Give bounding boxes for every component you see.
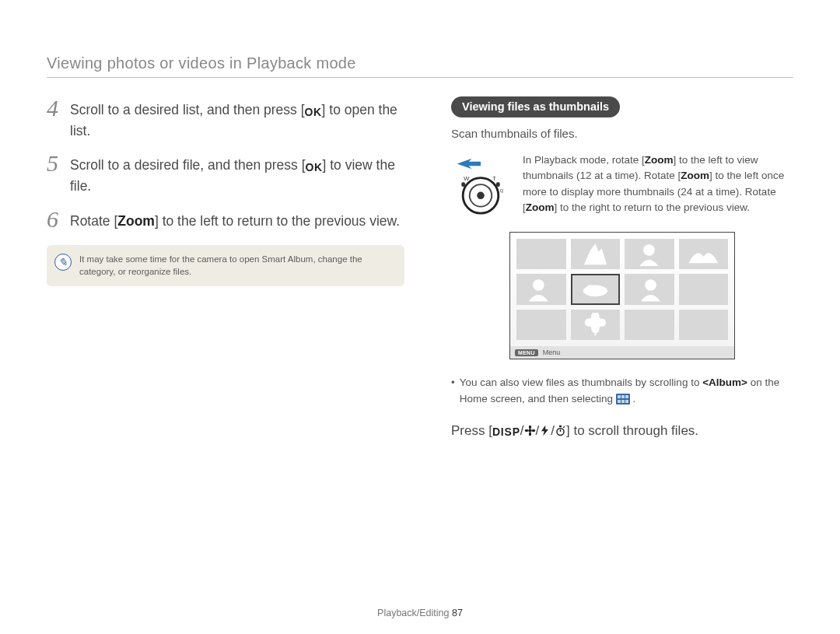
step-text: Scroll to a desired file, and then press… — [70, 152, 404, 196]
flower-icon — [524, 425, 536, 436]
page-number: 87 — [452, 608, 463, 618]
svg-point-10 — [583, 285, 607, 297]
svg-rect-24 — [621, 400, 625, 403]
disp-label: DISP — [492, 426, 520, 438]
svg-point-12 — [646, 279, 657, 291]
svg-point-29 — [524, 429, 528, 432]
step-text-pre: Scroll to a desired file, and then press… — [70, 157, 306, 173]
svg-point-5 — [477, 192, 485, 200]
zoom-label: Zoom — [117, 213, 155, 229]
step-text-pre: Rotate [ — [70, 213, 117, 229]
svg-rect-6 — [461, 182, 465, 187]
step-6: 6 Rotate [Zoom] to the left to return to… — [47, 208, 404, 231]
timer-icon — [555, 425, 566, 436]
svg-rect-22 — [625, 395, 628, 398]
footer-section: Playback/Editing — [377, 608, 452, 618]
step-number: 5 — [47, 152, 64, 196]
svg-rect-32 — [559, 426, 562, 427]
section-pill: Viewing files as thumbnails — [451, 96, 620, 117]
note-text: It may take some time for the camera to … — [79, 253, 394, 278]
svg-text:Q: Q — [500, 188, 504, 193]
thumbnail-item — [516, 239, 566, 269]
svg-rect-11 — [587, 285, 593, 289]
desc-d: ] to the right to return to the previous… — [555, 201, 750, 213]
thumbnail-item — [679, 274, 729, 304]
flash-icon — [539, 425, 551, 436]
step-number: 6 — [47, 208, 64, 231]
bullet-text: You can also view files as thumbnails by… — [460, 375, 793, 408]
svg-point-9 — [533, 279, 544, 291]
thumbnail-item — [571, 239, 621, 269]
step-5: 5 Scroll to a desired file, and then pre… — [47, 152, 404, 196]
thumbnail-menu-bar: MENU Menu — [510, 346, 734, 359]
svg-point-8 — [643, 244, 655, 256]
thumbnail-item — [679, 239, 729, 269]
svg-point-26 — [528, 429, 532, 433]
svg-line-34 — [563, 426, 565, 428]
dial-description: In Playback mode, rotate [Zoom] to the l… — [523, 152, 793, 219]
bullet-dot: • — [451, 375, 455, 408]
press-b: ] to scroll through files. — [566, 423, 698, 438]
divider — [47, 77, 793, 78]
svg-point-28 — [528, 433, 530, 436]
press-instruction: Press [DISP/ / / ] to scroll through fil… — [451, 423, 793, 439]
album-label: <Album> — [702, 377, 747, 388]
page-footer: Playback/Editing 87 — [0, 608, 840, 618]
svg-rect-25 — [625, 400, 628, 403]
svg-rect-7 — [496, 182, 500, 187]
content-columns: 4 Scroll to a desired list, and then pre… — [47, 96, 793, 439]
bullet-a: You can also view files as thumbnails by… — [460, 377, 702, 388]
note-box: ✎ It may take some time for the camera t… — [47, 245, 404, 286]
zoom-label: Zoom — [645, 154, 674, 166]
thumbnail-item — [625, 310, 674, 340]
thumbnail-item — [679, 310, 729, 340]
ok-button-label: OK — [306, 159, 323, 176]
menu-label: Menu — [543, 349, 561, 356]
ok-button-label: OK — [305, 104, 322, 121]
svg-text:T: T — [492, 175, 496, 182]
svg-point-30 — [531, 429, 535, 432]
thumbnail-item — [516, 310, 566, 340]
svg-rect-18 — [594, 327, 596, 335]
svg-rect-23 — [618, 400, 621, 403]
thumbnail-item — [625, 274, 674, 304]
thumbnail-item-selected — [571, 274, 621, 304]
right-column: Viewing files as thumbnails Scan thumbna… — [451, 96, 793, 439]
thumbnail-item — [625, 239, 674, 269]
svg-point-15 — [597, 318, 605, 326]
bullet-c: . — [630, 393, 636, 405]
svg-point-27 — [528, 426, 530, 429]
step-text: Rotate [Zoom] to the left to return to t… — [70, 208, 400, 231]
bullet-note: • You can also view files as thumbnails … — [451, 375, 793, 408]
zoom-dial-icon: W T Q — [451, 152, 510, 219]
menu-chip: MENU — [515, 349, 538, 356]
step-text: Scroll to a desired list, and then press… — [70, 96, 404, 141]
section-subtitle: Scan thumbnails of files. — [451, 127, 793, 140]
thumbnail-item — [571, 310, 621, 340]
dial-row: W T Q In Playback mode, rotate [Zoom] to… — [451, 152, 793, 219]
page-title: Viewing photos or videos in Playback mod… — [47, 54, 793, 72]
thumbnail-item — [516, 274, 566, 304]
desc-a: In Playback mode, rotate [ — [523, 154, 645, 166]
press-a: Press [ — [451, 423, 492, 438]
zoom-label: Zoom — [681, 170, 709, 181]
step-number: 4 — [47, 96, 64, 141]
svg-rect-21 — [621, 395, 625, 398]
step-text-post: ] to the left to return to the previous … — [155, 213, 400, 229]
manual-page: Viewing photos or videos in Playback mod… — [0, 0, 840, 634]
album-grid-icon — [616, 394, 630, 405]
step-4: 4 Scroll to a desired list, and then pre… — [47, 96, 404, 141]
svg-rect-20 — [618, 395, 621, 398]
zoom-label: Zoom — [526, 201, 555, 213]
thumbnail-screen: MENU Menu — [509, 232, 735, 359]
step-text-pre: Scroll to a desired list, and then press… — [70, 102, 305, 117]
svg-point-14 — [585, 318, 593, 326]
thumbnail-grid — [510, 233, 734, 346]
left-column: 4 Scroll to a desired list, and then pre… — [47, 96, 404, 439]
note-icon: ✎ — [54, 254, 72, 271]
